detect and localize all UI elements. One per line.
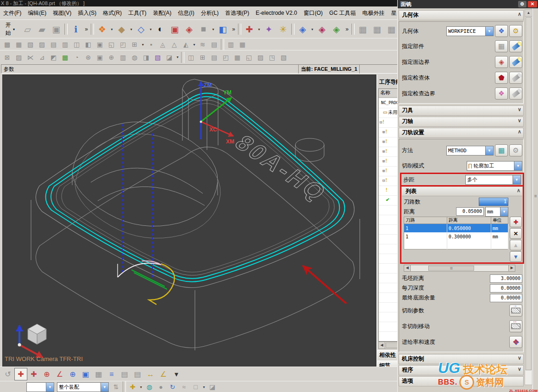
- wcs-origin-icon[interactable]: ⊕: [66, 368, 79, 380]
- chevron-down-icon[interactable]: ▼: [46, 383, 54, 392]
- select-face-boundary-button[interactable]: ◈: [495, 56, 508, 68]
- toolbar-icon[interactable]: ▥: [117, 52, 129, 62]
- curve-snap-icon[interactable]: ≈: [178, 382, 190, 392]
- toolbar-icon[interactable]: ▾: [192, 39, 197, 50]
- dropdown-arrow-icon[interactable]: ▾: [310, 24, 315, 35]
- scroll-up-icon[interactable]: ▲: [525, 10, 532, 17]
- overflow-icon[interactable]: »: [83, 24, 90, 35]
- rotate-tool-icon[interactable]: ↻: [167, 382, 178, 392]
- tree-expand-icon[interactable]: ⊞: [382, 159, 385, 163]
- navigator-tree-row[interactable]: ⊞ !: [379, 146, 398, 156]
- wcs-orient-icon[interactable]: ∠: [53, 368, 66, 380]
- select-rect-icon[interactable]: □: [190, 382, 201, 392]
- toolbar-icon[interactable]: ⊠: [1, 52, 13, 62]
- dialog-resize-strip[interactable]: ≡: [532, 8, 538, 392]
- donut-snap-icon[interactable]: ◍: [144, 382, 155, 392]
- close-icon[interactable]: ✕: [528, 1, 537, 7]
- toolbar-icon[interactable]: ▤: [48, 39, 59, 50]
- toolbar-icon[interactable]: ◩: [48, 52, 59, 62]
- menu-item[interactable]: GC 工具箱: [326, 7, 359, 19]
- cut-mode-combo[interactable]: ∏ 轮廓加工 ▼: [467, 161, 522, 171]
- section-geometry[interactable]: 几何体 ∧: [399, 10, 524, 20]
- section-options[interactable]: 选项: [399, 376, 524, 386]
- table-row[interactable]: 10.050000mm: [404, 224, 508, 233]
- dialog-vscrollbar[interactable]: ▲: [525, 9, 532, 385]
- highlight-check-boundary-button[interactable]: [509, 87, 522, 100]
- toolbar-icon[interactable]: ▧: [278, 52, 289, 62]
- selection-scope-combo[interactable]: 整个装配 ▼: [57, 382, 109, 392]
- new-geometry-button[interactable]: ❖: [495, 25, 508, 37]
- menu-item[interactable]: 星: [388, 7, 397, 19]
- chevron-down-icon[interactable]: ▼: [500, 207, 508, 216]
- wcs-rotate-icon[interactable]: ⊕: [40, 368, 53, 380]
- save-icon[interactable]: ▣: [49, 22, 63, 37]
- shaded-view-icon[interactable]: ◆: [114, 22, 129, 37]
- tree-expand-icon[interactable]: ⊟: [380, 120, 382, 124]
- toolbar-icon[interactable]: ◨: [140, 52, 152, 62]
- tree-expand-icon[interactable]: ⊞: [382, 168, 385, 173]
- toolbar-icon[interactable]: ▧: [152, 52, 163, 62]
- dropdown-arrow-icon[interactable]: ▾: [201, 382, 206, 392]
- scroll-right-icon[interactable]: ▶: [508, 265, 515, 271]
- angle-measure-icon[interactable]: ∠: [157, 368, 170, 380]
- dropdown-arrow-icon[interactable]: ▾: [109, 24, 114, 35]
- toolbar-icon[interactable]: [123, 381, 126, 392]
- navigator-tree-row[interactable]: ⊞ !: [379, 166, 398, 175]
- toolbar-icon[interactable]: ◍: [129, 52, 140, 62]
- section-list[interactable]: 列表 ∧: [402, 187, 522, 196]
- depth-per-cut-field[interactable]: 0.00000: [490, 284, 522, 292]
- operation-icon[interactable]: ◈: [329, 22, 344, 37]
- menu-item[interactable]: 工具(T): [125, 7, 150, 19]
- overflow-icon[interactable]: »: [344, 24, 350, 35]
- gray-cube-icon[interactable]: ■: [196, 22, 211, 37]
- contrast-icon[interactable]: ◐: [153, 22, 168, 37]
- toolbar-icon[interactable]: △: [169, 39, 180, 50]
- info-icon[interactable]: ℹ: [69, 22, 83, 37]
- toolbar-icon[interactable]: [291, 24, 294, 35]
- tool-wizard-icon[interactable]: ✳: [276, 22, 290, 37]
- section-view-icon[interactable]: ▣: [168, 22, 182, 37]
- add-pass-button[interactable]: ✚: [510, 217, 522, 227]
- dropdown-arrow-icon[interactable]: ▾: [129, 24, 134, 35]
- table-row[interactable]: 10.300000mm: [404, 232, 508, 241]
- method-combo[interactable]: METHOD ▼: [446, 146, 494, 156]
- highlight-check-body-button[interactable]: [509, 72, 522, 84]
- layer-visible-icon[interactable]: ▤: [118, 368, 131, 380]
- viewport[interactable]: 80A-HQ ZM YM XC XM TRI W: [2, 75, 376, 367]
- toolbar-icon[interactable]: [238, 24, 241, 35]
- pan-orbit-icon[interactable]: ↺: [1, 368, 14, 380]
- open-icon[interactable]: ▰: [35, 22, 49, 37]
- section-tool[interactable]: 刀具 ∨: [399, 106, 524, 116]
- toolbar-icon[interactable]: [181, 52, 184, 63]
- stepover-combo[interactable]: 多个 ▼: [465, 175, 521, 185]
- menu-item[interactable]: 分析(L): [198, 7, 222, 19]
- tab-dependencies[interactable]: 相依性: [377, 350, 398, 361]
- toolbar-icon[interactable]: ▨: [36, 39, 48, 50]
- menu-item[interactable]: 格式(R): [100, 7, 125, 19]
- toolbar-icon[interactable]: ⊛: [82, 52, 94, 62]
- dialog-titlebar[interactable]: 面铣 ⚙ ✕: [398, 0, 538, 8]
- navigator-tree[interactable]: 名称 NC_PROGRAM ▭ 未用项 ⊟ ! ⊞ ! ⊞ !: [378, 88, 398, 342]
- select-check-boundary-button[interactable]: ❖: [495, 87, 508, 100]
- toolbar-icon[interactable]: ⋉: [25, 52, 36, 62]
- wcs-constructor-icon[interactable]: ✚: [27, 368, 40, 380]
- tree-expand-icon[interactable]: ⊞: [382, 139, 385, 144]
- cut-params-button[interactable]: [509, 305, 522, 317]
- scroll-left-icon[interactable]: ◀: [379, 342, 385, 348]
- toolbar-icon[interactable]: ▩: [59, 52, 71, 62]
- dropdown-arrow-icon[interactable]: ▾: [211, 24, 216, 35]
- layer-settings-icon[interactable]: ≡: [105, 368, 118, 380]
- viewport-canvas[interactable]: 80A-HQ ZM YM XC XM TRI W: [3, 75, 376, 367]
- tree-expand-icon[interactable]: ⊞: [382, 130, 385, 134]
- toolbar-icon[interactable]: ▦: [13, 39, 25, 50]
- column-distance[interactable]: 距离: [447, 217, 491, 224]
- toolbar-icon[interactable]: ▨: [13, 52, 25, 62]
- toolbar-icon[interactable]: ⊞: [197, 52, 208, 62]
- toolbar-icon[interactable]: ◧: [82, 39, 94, 50]
- pass-table[interactable]: 刀路 距离 单位 10.050000mm 10: [404, 217, 508, 249]
- highlight-part-button[interactable]: [509, 40, 522, 52]
- floor-stock-field[interactable]: 0.00000: [490, 294, 522, 302]
- toolbar-icon[interactable]: ◔: [71, 52, 82, 62]
- tab-details[interactable]: 细节: [377, 361, 398, 367]
- toolbar-icon[interactable]: ⊕: [106, 52, 117, 62]
